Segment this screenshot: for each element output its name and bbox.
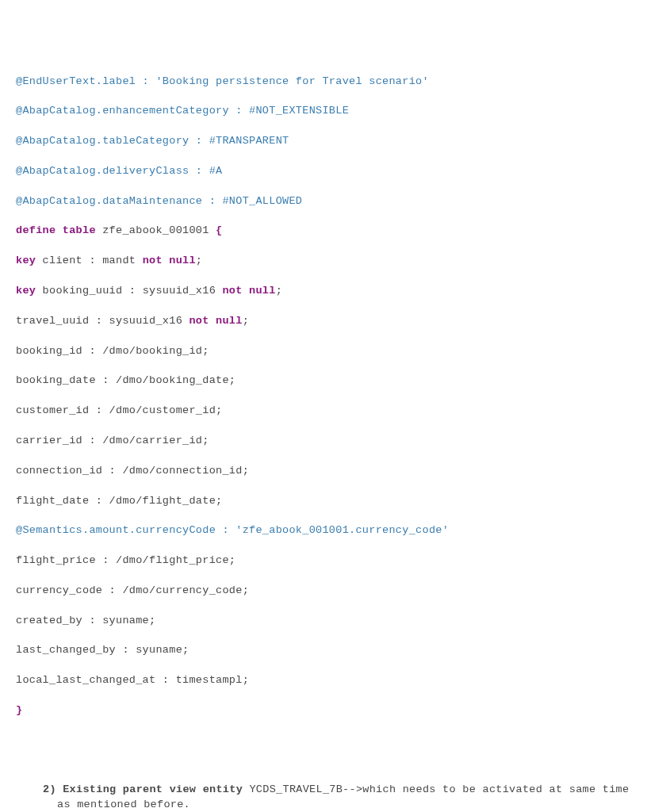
code-line: @EndUserText.label : 'Booking persistenc… [16,75,631,90]
code-line: @AbapCatalog.deliveryClass : #A [16,164,631,179]
code-line: local_last_changed_at : timestampl; [16,673,631,688]
keyword-notnull: not null [189,315,242,327]
code-line: @Semantics.amount.currencyCode : 'zfe_ab… [16,523,631,538]
semicolon: ; [276,285,282,297]
keyword-notnull: not null [143,255,196,266]
semicolon: ; [196,255,202,266]
code-line: customer_id : /dmo/customer_id; [16,404,631,419]
keyword-define-table: define table [16,224,102,236]
keyword-key: key [16,285,43,297]
code-line: @AbapCatalog.tableCategory : #TRANSPAREN… [16,134,631,149]
ordered-list: 2) Existing parent view entity YCDS_TRAV… [16,768,631,812]
code-line: carrier_id : /dmo/carrier_id; [16,434,631,449]
code-line: travel_uuid : sysuuid_x16 not null; [16,314,631,329]
list-heading: Existing parent view entity [63,783,249,795]
list-marker: 2) [43,783,63,795]
brace-open: { [216,224,222,236]
semicolon: ; [243,315,249,327]
code-line: last_changed_by : syuname; [16,643,631,658]
code-line: define table zfe_abook_001001 { [16,224,631,239]
code-line: @AbapCatalog.enhancementCategory : #NOT_… [16,104,631,119]
blank-line [16,733,631,749]
code-line: key booking_uuid : sysuuid_x16 not null; [16,284,631,299]
field: travel_uuid : sysuuid_x16 [16,315,189,327]
table-name: zfe_abook_001001 [102,224,216,236]
code-line: currency_code : /dmo/currency_code; [16,584,631,599]
code-line: booking_id : /dmo/booking_id; [16,344,631,359]
field: client : mandt [43,255,143,266]
code-line: @AbapCatalog.dataMaintenance : #NOT_ALLO… [16,194,631,209]
code-line: flight_price : /dmo/flight_price; [16,553,631,569]
code-line: booking_date : /dmo/booking_date; [16,373,631,389]
field: booking_uuid : sysuuid_x16 [43,285,223,297]
code-line: connection_id : /dmo/connection_id; [16,464,631,479]
keyword-key: key [16,255,43,266]
brace-close: } [16,703,631,718]
keyword-notnull: not null [222,285,275,297]
list-item: 2) Existing parent view entity YCDS_TRAV… [43,783,631,812]
code-line: key client : mandt not null; [16,254,631,269]
code-line: flight_date : /dmo/flight_date; [16,494,631,509]
code-line: created_by : syuname; [16,614,631,629]
